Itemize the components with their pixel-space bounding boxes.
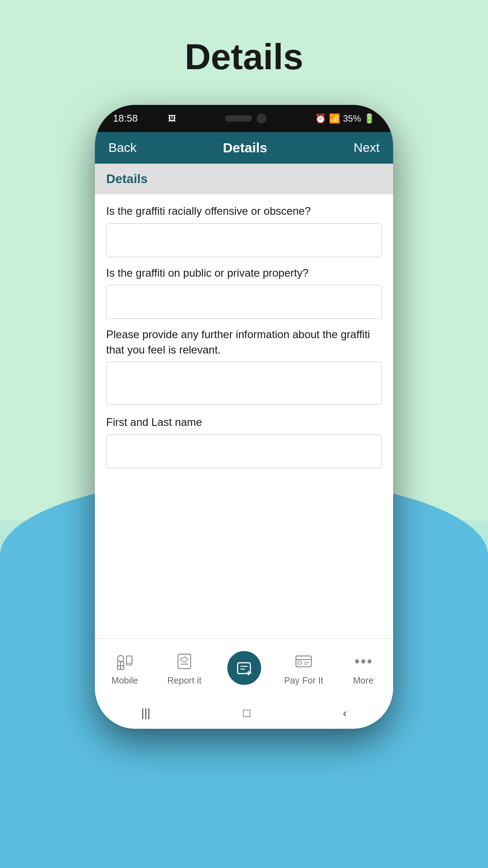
form-content: Is the graffiti racially offensive or ob… (95, 194, 393, 638)
mobile-icon (111, 650, 138, 673)
nav-item-report-it[interactable]: Report it (162, 650, 207, 686)
battery-text: 35% (343, 113, 361, 124)
app-header: Back Details Next (95, 132, 393, 164)
field-input-2[interactable] (106, 285, 382, 319)
android-home-button[interactable]: □ (243, 706, 250, 720)
android-back-button[interactable]: ‹ (343, 706, 347, 720)
nav-label-more: More (353, 675, 374, 686)
field-textarea-3[interactable] (106, 362, 382, 405)
wifi-icon: 📶 (329, 113, 340, 124)
svg-point-20 (368, 660, 371, 663)
svg-point-19 (362, 660, 365, 663)
nav-label-mobile: Mobile (112, 675, 138, 686)
notch-pill (225, 115, 252, 122)
header-title: Details (223, 140, 267, 156)
nav-item-pay-for-it[interactable]: Pay For It (281, 650, 326, 686)
page-title: Details (185, 36, 303, 78)
svg-point-1 (117, 656, 124, 662)
field-input-1[interactable] (106, 223, 382, 257)
svg-point-18 (356, 660, 359, 663)
nav-label-report-it: Report it (167, 675, 202, 686)
android-recent-button[interactable]: ||| (141, 706, 150, 720)
svg-rect-6 (178, 654, 191, 669)
field-label-1: Is the graffiti racially offensive or ob… (106, 203, 382, 219)
phone-shell: 18:58 🖼 ⏰ 📶 35% 🔋 Back Details Next (95, 105, 393, 729)
notch-camera (257, 113, 267, 123)
nav-item-center[interactable] (221, 651, 267, 685)
phone-screen: Back Details Next Details Is the graffit… (95, 132, 393, 729)
form-section-title: Details (106, 172, 148, 186)
field-group-1: Is the graffiti racially offensive or ob… (106, 203, 382, 257)
field-group-3: Please provide any further information a… (106, 327, 382, 406)
center-icon-wrap (227, 651, 261, 685)
svg-rect-15 (298, 661, 301, 664)
nav-item-mobile[interactable]: Mobile (102, 650, 147, 686)
android-nav-bar: ||| □ ‹ (95, 697, 393, 729)
back-button[interactable]: Back (108, 141, 136, 155)
status-time: 18:58 (113, 113, 138, 124)
more-icon (350, 650, 377, 673)
report-it-icon (171, 650, 198, 673)
field-group-2: Is the graffiti on public or private pro… (106, 265, 382, 319)
status-bar: 18:58 🖼 ⏰ 📶 35% 🔋 (95, 105, 393, 132)
battery-icon: 🔋 (364, 113, 375, 124)
field-label-2: Is the graffiti on public or private pro… (106, 265, 382, 281)
field-label-4: First and Last name (106, 415, 382, 430)
bottom-nav: Mobile Report it (95, 638, 393, 697)
notch (205, 109, 286, 127)
field-input-4[interactable] (106, 434, 382, 468)
field-label-3: Please provide any further information a… (106, 327, 382, 357)
next-button[interactable]: Next (353, 141, 380, 155)
form-section-header: Details (95, 164, 393, 194)
pay-for-it-icon (290, 650, 317, 673)
alarm-icon: ⏰ (315, 113, 326, 124)
field-group-4: First and Last name (106, 415, 382, 468)
svg-rect-4 (127, 656, 132, 665)
nav-item-more[interactable]: More (341, 650, 386, 686)
nav-label-pay-for-it: Pay For It (284, 675, 324, 686)
status-icons: ⏰ 📶 35% 🔋 (315, 113, 375, 124)
